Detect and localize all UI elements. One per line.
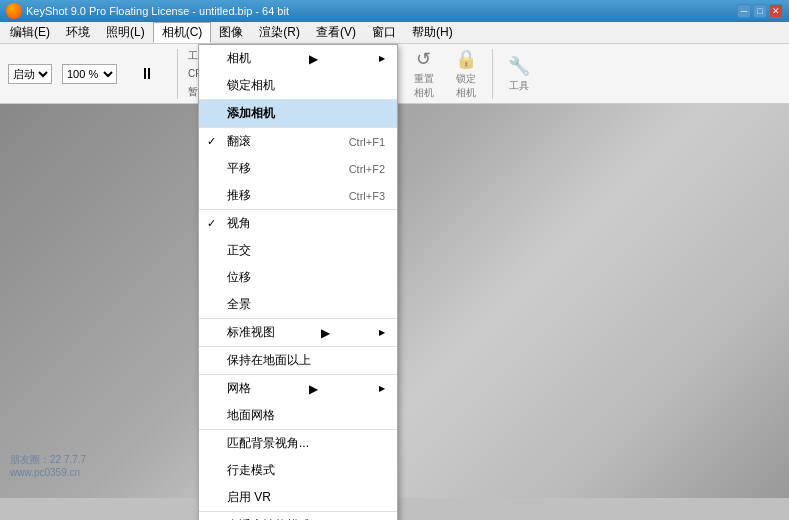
grid-label: 网格 [227,380,251,397]
menu-render[interactable]: 渲染(R) [251,22,308,43]
add-camera-menu-label: 添加相机 [227,105,275,122]
panoramic-label: 全景 [227,296,251,313]
camera-menu-section-2: 添加相机 [199,100,397,128]
menu-env[interactable]: 环境 [58,22,98,43]
menu-image[interactable]: 图像 [211,22,251,43]
ortho-item[interactable]: 正交 [199,237,397,264]
zoom-dropdown[interactable]: 100 % [62,64,117,84]
keep-above-ground-item[interactable]: 保持在地面以上 [199,347,397,374]
enable-vr-label: 启用 VR [227,489,271,506]
ground-grid-label: 地面网格 [227,407,275,424]
reset-camera-icon: ↺ [416,48,431,70]
grid-item[interactable]: 网格 ▶ [199,375,397,402]
camera-menu-section-5: 标准视图 ▶ [199,319,397,347]
walk-mode-label: 行走模式 [227,462,275,479]
toolbar-zoom-group: 100 % [58,62,121,86]
lock-camera-label: 锁定 相机 [456,72,476,100]
separator-1 [177,49,178,99]
pan-label: 平移 [227,160,251,177]
maximize-button[interactable]: □ [753,4,767,18]
menu-bar: 编辑(E) 环境 照明(L) 相机(C) 图像 渲染(R) 查看(V) 窗口 帮… [0,22,789,44]
start-dropdown[interactable]: 启动 [8,64,52,84]
reset-camera-label: 重置 相机 [414,72,434,100]
match-bg-item[interactable]: 匹配背景视角... [199,430,397,457]
walk-mode-item[interactable]: 行走模式 [199,457,397,484]
title-text: KeyShot 9.0 Pro Floating License - untit… [26,5,737,17]
window-controls: ─ □ ✕ [737,4,783,18]
lock-camera-menu-label: 锁定相机 [227,77,275,94]
menu-view[interactable]: 查看(V) [308,22,364,43]
camera-menu: 相机 ▶ 锁定相机 添加相机 ✓ 翻滚 Ctrl+F1 平移 Ctrl+F2 [198,44,398,520]
enable-vr-item[interactable]: 启用 VR [199,484,397,511]
lock-camera-icon: 🔒 [455,48,477,70]
menu-help[interactable]: 帮助(H) [404,22,461,43]
tumble-item[interactable]: ✓ 翻滚 Ctrl+F1 [199,128,397,155]
lock-camera-item[interactable]: 锁定相机 [199,72,397,99]
match-bg-label: 匹配背景视角... [227,435,309,452]
menu-edit[interactable]: 编辑(E) [2,22,58,43]
standard-views-arrow: ▶ [321,326,330,340]
tumble-label: 翻滚 [227,133,251,150]
menu-light[interactable]: 照明(L) [98,22,153,43]
keep-above-ground-label: 保持在地面以上 [227,352,311,369]
tools-icon: 🔧 [508,55,530,77]
dolly-menu-label: 推移 [227,187,251,204]
dolly-shortcut: Ctrl+F3 [349,190,385,202]
minimize-button[interactable]: ─ [737,4,751,18]
ortho-label: 正交 [227,242,251,259]
perspective-label: 视角 [227,215,251,232]
grid-arrow: ▶ [309,382,318,396]
app-logo [6,3,22,19]
ground-grid-item[interactable]: 地面网格 [199,402,397,429]
pause-button[interactable]: ⏸ [127,60,167,88]
perspective-item[interactable]: ✓ 视角 [199,210,397,237]
pause-icon: ⏸ [139,65,155,83]
separator-4 [492,49,493,99]
standard-views-item[interactable]: 标准视图 ▶ [199,319,397,346]
watermark: 朋友圈：22 7.7.7 www.pc0359.cn [10,453,86,478]
standard-views-label: 标准视图 [227,324,275,341]
perspective-check: ✓ [207,217,216,230]
camera-submenu-item[interactable]: 相机 ▶ [199,45,397,72]
camera-menu-section-4: ✓ 视角 正交 位移 全景 [199,210,397,319]
watermark-line2: www.pc0359.cn [10,467,86,478]
menu-camera[interactable]: 相机(C) [153,22,212,43]
add-camera-item[interactable]: 添加相机 [199,100,397,127]
panoramic-item[interactable]: 全景 [199,291,397,318]
reset-camera-button[interactable]: ↺ 重置 相机 [404,45,444,103]
tumble-check: ✓ [207,135,216,148]
camera-menu-section-8: 匹配背景视角... 行走模式 启用 VR [199,430,397,512]
camera-menu-section-9: ✓ 自适应性能模式 [199,512,397,520]
camera-menu-section-7: 网格 ▶ 地面网格 [199,375,397,430]
pan-item[interactable]: 平移 Ctrl+F2 [199,155,397,182]
tumble-shortcut: Ctrl+F1 [349,136,385,148]
camera-menu-section-6: 保持在地面以上 [199,347,397,375]
toolbar-pause-group: ⏸ [123,58,171,90]
dolly-item[interactable]: 推移 Ctrl+F3 [199,182,397,209]
title-bar: KeyShot 9.0 Pro Floating License - untit… [0,0,789,22]
camera-submenu-arrow: ▶ [309,52,318,66]
shift-item[interactable]: 位移 [199,264,397,291]
tools-button[interactable]: 🔧 工具 [499,52,539,96]
close-button[interactable]: ✕ [769,4,783,18]
adaptive-perf-item[interactable]: ✓ 自适应性能模式 [199,512,397,520]
pan-shortcut: Ctrl+F2 [349,163,385,175]
camera-menu-section-1: 相机 ▶ 锁定相机 [199,45,397,100]
toolbar-start-group: 启动 [4,62,56,86]
camera-submenu-label: 相机 [227,50,251,67]
watermark-line1: 朋友圈：22 7.7.7 [10,453,86,467]
lock-camera-button[interactable]: 🔒 锁定 相机 [446,45,486,103]
camera-menu-section-3: ✓ 翻滚 Ctrl+F1 平移 Ctrl+F2 推移 Ctrl+F3 [199,128,397,210]
shift-label: 位移 [227,269,251,286]
tools-label: 工具 [509,79,529,93]
menu-window[interactable]: 窗口 [364,22,404,43]
